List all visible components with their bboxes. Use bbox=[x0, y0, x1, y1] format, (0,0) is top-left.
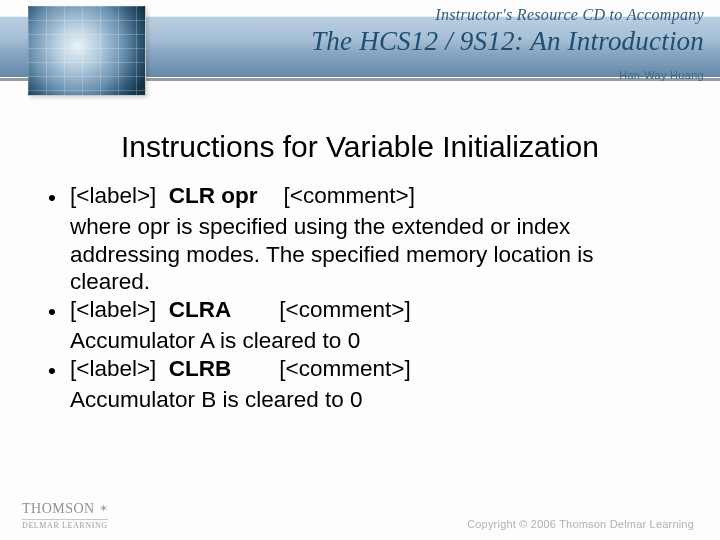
header-author: Han-Way Huang bbox=[176, 69, 704, 81]
bullet-description: where opr is specified using the extende… bbox=[70, 213, 672, 295]
copyright-text: Copyright © 2006 Thomson Delmar Learning bbox=[467, 518, 694, 530]
instr-label: [<label>] bbox=[70, 297, 156, 322]
instr-mnemonic: CLR opr bbox=[169, 183, 258, 208]
slide-footer: THOMSON✶ DELMAR LEARNING Copyright © 200… bbox=[0, 502, 720, 530]
publisher-logo: THOMSON✶ DELMAR LEARNING bbox=[22, 502, 108, 530]
instr-mnemonic: CLRA bbox=[169, 297, 232, 322]
header-title: The HCS12 / 9S12: An Introduction bbox=[176, 26, 704, 57]
instr-label: [<label>] bbox=[70, 183, 156, 208]
instr-comment: [<comment>] bbox=[284, 183, 415, 208]
star-icon: ✶ bbox=[99, 503, 109, 514]
publisher-name-top: THOMSON bbox=[22, 501, 95, 516]
instr-label: [<label>] bbox=[70, 356, 156, 381]
bullet-dot: • bbox=[48, 355, 70, 384]
header-subtitle: Instructor's Resource CD to Accompany bbox=[176, 6, 704, 24]
bullet-item: • [<label>] CLR opr[<comment>] bbox=[48, 182, 672, 211]
content-area: • [<label>] CLR opr[<comment>] where opr… bbox=[0, 164, 720, 414]
instr-comment: [<comment>] bbox=[279, 297, 410, 322]
bullet-description: Accumulator A is cleared to 0 bbox=[70, 327, 672, 354]
bullet-dot: • bbox=[48, 296, 70, 325]
instr-comment: [<comment>] bbox=[279, 356, 410, 381]
bullet-text: [<label>] CLRB[<comment>] bbox=[70, 355, 672, 384]
bullet-item: • [<label>] CLRB[<comment>] bbox=[48, 355, 672, 384]
header-text-block: Instructor's Resource CD to Accompany Th… bbox=[176, 6, 704, 81]
publisher-name-bottom: DELMAR LEARNING bbox=[22, 522, 108, 530]
bullet-text: [<label>] CLRA[<comment>] bbox=[70, 296, 672, 325]
bullet-description: Accumulator B is cleared to 0 bbox=[70, 386, 672, 413]
page-title: Instructions for Variable Initialization bbox=[0, 130, 720, 164]
slide-header: Instructor's Resource CD to Accompany Th… bbox=[0, 0, 720, 110]
bullet-item: • [<label>] CLRA[<comment>] bbox=[48, 296, 672, 325]
bullet-text: [<label>] CLR opr[<comment>] bbox=[70, 182, 672, 211]
globe-image bbox=[28, 6, 146, 96]
bullet-dot: • bbox=[48, 182, 70, 211]
instr-mnemonic: CLRB bbox=[169, 356, 232, 381]
